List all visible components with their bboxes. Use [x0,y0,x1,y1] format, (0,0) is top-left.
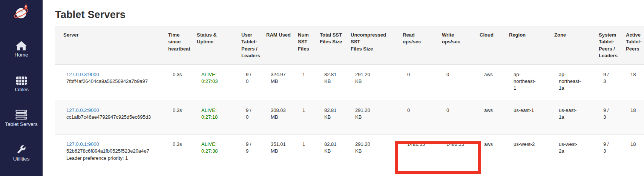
table-row: 127.0.0.2:9000cc1afb7c46ae4792947c925d5e… [55,101,644,135]
app-root: Home Tables Tablet Servers Utilities Tab… [0,0,644,176]
column-header-region: Region [506,26,551,65]
uncompressed-sst-files-size-cell: 291.20 KB [348,101,400,135]
write-ops-sec-cell: 0 [439,65,477,101]
tablet-servers-table: ServerTime since heartbeatStatus & Uptim… [55,26,644,176]
total-sst-files-size-cell: 82.81 KB [317,65,348,101]
rocket-planet-logo-icon [12,17,31,23]
server-link[interactable]: 127.0.0.1:9000 [66,141,99,147]
table-row: 127.0.0.3:90007fbff4af26404ca9a56256942a… [55,65,644,101]
column-header-write-ops-sec: Write ops/sec [439,26,477,65]
system-tablet-peers-leaders-cell: 9 / 3 [596,101,623,135]
utilities-icon [16,144,26,155]
read-ops-sec-cell: 1482.55 [400,135,439,176]
server-uuid: 7fbff4af26404ca9a56256942a7b9a97 [66,78,162,85]
cloud-cell: aws [477,101,506,135]
column-header-status-uptime: Status & Uptime [194,26,238,65]
page-title: Tablet Servers [55,9,644,21]
column-header-uncompressed-sst-files-size: Uncompressed SST Files Size [348,26,400,65]
sidebar-item-home[interactable]: Home [0,40,43,58]
leader-preference-note: Leader preference priority: 1 [66,155,162,162]
uncompressed-sst-files-size-cell: 291.20 KB [348,135,400,176]
cloud-cell: aws [477,135,506,176]
tables-icon [16,75,27,85]
column-header-time-since-heartbeat: Time since heartbeat [165,26,194,65]
user-tablet-peers-leaders-cell: 9 / 9 [238,135,263,176]
server-uuid: cc1afb7c46ae4792947c925d5ec695d3 [66,114,162,121]
column-header-cloud: Cloud [477,26,506,65]
num-sst-files-cell: 1 [295,101,317,135]
active-tablet-peers-cell: 18 [623,135,644,176]
uncompressed-sst-files-size-cell: 291.20 KB [348,65,400,101]
status-uptime-cell: ALIVE: 0:27:03 [194,65,238,101]
ram-used-cell: 308.03 MB [263,101,295,135]
zone-cell: us-west- 2a [551,135,596,176]
server-cell: 127.0.0.1:900052b6278c6f894a1fb0525f523e… [55,135,165,176]
time-since-heartbeat-cell: 0.3s [165,65,194,101]
home-icon [16,40,27,51]
time-since-heartbeat-cell: 0.3s [165,135,194,176]
read-ops-sec-cell: 0 [400,65,439,101]
sidebar-item-tablet-servers[interactable]: Tablet Servers [0,109,43,127]
sidebar: Home Tables Tablet Servers Utilities [0,0,43,176]
server-link[interactable]: 127.0.0.2:9000 [66,107,99,113]
server-cell: 127.0.0.2:9000cc1afb7c46ae4792947c925d5e… [55,101,165,135]
table-header-row: ServerTime since heartbeatStatus & Uptim… [55,26,644,65]
read-ops-sec-cell: 0 [400,101,439,135]
column-header-system-tablet-peers-leaders: System Tablet- Peers / Leaders [596,26,623,65]
column-header-ram-used: RAM Used [263,26,295,65]
column-header-zone: Zone [551,26,596,65]
write-ops-sec-cell: 1482.15 [439,135,477,176]
active-tablet-peers-cell: 18 [623,101,644,135]
region-cell: ap- northeast- 1 [506,65,551,101]
region-cell: us-west-2 [506,135,551,176]
column-header-read-ops-sec: Read ops/sec [400,26,439,65]
ram-used-cell: 324.97 MB [263,65,295,101]
sidebar-item-utilities[interactable]: Utilities [0,144,43,162]
column-header-num-sst-files: Num SST Files [295,26,317,65]
region-cell: us-east-1 [506,101,551,135]
tablet-servers-icon [15,109,27,120]
sidebar-nav: Home Tables Tablet Servers Utilities [0,40,43,162]
cloud-cell: aws [477,65,506,101]
system-tablet-peers-leaders-cell: 9 / 3 [596,135,623,176]
user-tablet-peers-leaders-cell: 9 / 0 [238,101,263,135]
status-uptime-cell: ALIVE: 0:27:38 [194,135,238,176]
active-tablet-peers-cell: 18 [623,65,644,101]
server-uuid: 52b6278c6f894a1fb0525f523e20a4e7 [66,148,162,155]
table-row: 127.0.0.1:900052b6278c6f894a1fb0525f523e… [55,135,644,176]
ram-used-cell: 351.01 MB [263,135,295,176]
status-uptime-cell: ALIVE: 0:27:18 [194,101,238,135]
num-sst-files-cell: 1 [295,65,317,101]
zone-cell: ap- northeast- 1a [551,65,596,101]
zone-cell: us-east- 1a [551,101,596,135]
write-ops-sec-cell: 0 [439,101,477,135]
column-header-server: Server [55,26,165,65]
column-header-active-tablet-peers: Active Tablet- Peers [623,26,644,65]
time-since-heartbeat-cell: 0.3s [165,101,194,135]
total-sst-files-size-cell: 82.81 KB [317,101,348,135]
sidebar-item-tables[interactable]: Tables [0,75,43,93]
server-link[interactable]: 127.0.0.3:9000 [66,72,99,77]
server-cell: 127.0.0.3:90007fbff4af26404ca9a56256942a… [55,65,165,101]
user-tablet-peers-leaders-cell: 9 / 0 [238,65,263,101]
main-content: Tablet Servers ServerTime since heartbea… [43,0,644,176]
app-logo[interactable] [12,3,31,23]
system-tablet-peers-leaders-cell: 9 / 3 [596,65,623,101]
column-header-total-sst-files-size: Total SST Files Size [317,26,348,65]
column-header-user-tablet-peers-leaders: User Tablet- Peers / Leaders [238,26,263,65]
total-sst-files-size-cell: 82.81 KB [317,135,348,176]
num-sst-files-cell: 1 [295,135,317,176]
